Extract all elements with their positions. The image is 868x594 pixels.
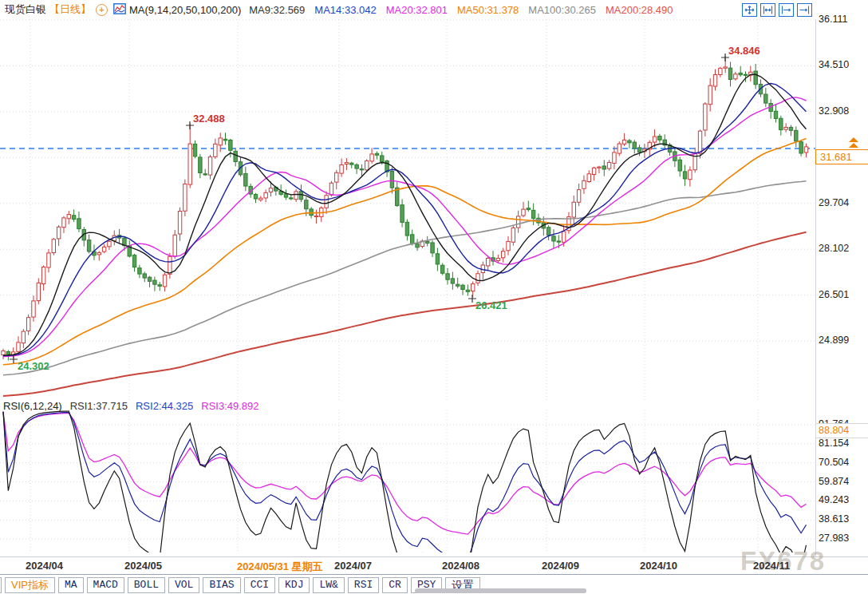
price-tick-label: 36.111 bbox=[819, 14, 847, 25]
tab-vol[interactable]: VOL bbox=[168, 577, 199, 593]
x-label-month: 2024/05 bbox=[124, 560, 162, 572]
rsi24-line bbox=[3, 412, 807, 534]
x-label-month: 2024/08 bbox=[442, 560, 479, 572]
rsi-value: RSI2:44.325 bbox=[136, 400, 193, 412]
chart-tool-icons bbox=[742, 3, 812, 17]
tab-cci[interactable]: CCI bbox=[244, 577, 275, 593]
horizontal-scrollbar-thumb[interactable] bbox=[415, 588, 586, 593]
x-label-month: 2024/04 bbox=[26, 560, 63, 572]
tab-kdj[interactable]: KDJ bbox=[278, 577, 310, 593]
rsi-tick-label: 27.983 bbox=[819, 533, 849, 544]
tab-vip[interactable]: VIP指标 bbox=[5, 577, 55, 593]
rsi-tick-label: 38.613 bbox=[819, 513, 849, 525]
add-compare-icon[interactable]: + bbox=[96, 4, 108, 16]
extreme-value-label: 32.488 bbox=[193, 113, 225, 125]
x-label-month: 2024/09 bbox=[542, 560, 579, 572]
rsi-tick-label: 49.243 bbox=[819, 494, 849, 505]
extreme-value-label: 26.421 bbox=[475, 299, 507, 311]
ma-value: MA100:30.265 bbox=[528, 4, 596, 16]
price-tick-label: 32.908 bbox=[819, 105, 849, 117]
indicator-chart-icon[interactable] bbox=[113, 3, 126, 17]
rsi-crosshair-value: 88.804 bbox=[815, 423, 868, 438]
rsi-header: RSI(6,12,24) RSI1:37.715RSI2:44.325RSI3:… bbox=[3, 400, 275, 413]
x-label-month: 2024/07 bbox=[334, 560, 372, 572]
rsi-values: RSI1:37.715RSI2:44.325RSI3:49.892 bbox=[70, 400, 267, 413]
period-label: 【日线】 bbox=[49, 2, 91, 17]
price-annotations: 32.48834.84626.42124.302 bbox=[10, 45, 760, 372]
move-crosshair-icon[interactable] bbox=[742, 3, 757, 17]
instrument-name: 现货白银 bbox=[5, 2, 46, 17]
ma-value: MA50:31.378 bbox=[457, 4, 519, 16]
last-price-tag: 31.681 bbox=[815, 149, 868, 164]
tab-bias[interactable]: BIAS bbox=[203, 577, 240, 593]
zoom-y-fit-icon[interactable] bbox=[760, 3, 775, 17]
chart-canvas[interactable]: 32.48834.84626.42124.302 bbox=[0, 0, 868, 594]
rsi-settings-label: RSI(6,12,24) bbox=[3, 400, 62, 413]
tab-ma[interactable]: MA bbox=[58, 577, 84, 593]
ma-values: MA9:32.569MA14:33.042MA20:32.801MA50:31.… bbox=[249, 4, 682, 16]
ma-value: MA20:32.801 bbox=[386, 4, 448, 16]
go-latest-icon[interactable] bbox=[797, 3, 812, 17]
ma-value: MA200:28.490 bbox=[606, 4, 673, 16]
rsi-value: RSI3:49.892 bbox=[201, 400, 258, 412]
price-tick-label: 34.510 bbox=[819, 59, 849, 70]
extreme-value-label: 34.846 bbox=[728, 45, 760, 57]
ma20-line bbox=[3, 97, 807, 357]
price-tick-label: 29.704 bbox=[819, 197, 849, 208]
ma-value: MA14:33.042 bbox=[314, 4, 376, 16]
rsi12-line bbox=[3, 412, 807, 560]
rsi-tick-label: 81.154 bbox=[819, 438, 849, 449]
price-up-arrow-icon bbox=[847, 137, 860, 152]
ma-settings-label: MA(9,14,20,50,100,200) bbox=[129, 4, 241, 16]
x-label-month: 2024/10 bbox=[640, 560, 677, 572]
chart-window: 32.48834.84626.42124.302 现货白银 【日线】 + MA(… bbox=[0, 0, 868, 594]
price-tick-label: 28.102 bbox=[819, 243, 849, 254]
rsi-value: RSI1:37.715 bbox=[70, 400, 128, 412]
price-tick-label: 26.501 bbox=[819, 289, 849, 300]
tab-boll[interactable]: BOLL bbox=[128, 577, 165, 593]
chart-header: 现货白银 【日线】 + MA(9,14,20,50,100,200) MA9:3… bbox=[5, 0, 683, 19]
extreme-value-label: 24.302 bbox=[18, 360, 49, 372]
ma100-line bbox=[3, 181, 807, 375]
price-tick-label: 24.899 bbox=[819, 335, 849, 346]
tab-[interactable]: 模板 bbox=[0, 577, 2, 593]
rsi-tick-label: 70.504 bbox=[819, 457, 849, 468]
tab-cr[interactable]: CR bbox=[382, 577, 408, 593]
x-label-selected-date: 2024/05/31 星期五 bbox=[237, 560, 323, 574]
rsi-tick-label: 59.874 bbox=[819, 476, 849, 487]
x-label-month: 2024/11 bbox=[753, 560, 790, 572]
tab-lw[interactable]: LW& bbox=[313, 577, 344, 593]
ma-value: MA9:32.569 bbox=[249, 4, 305, 16]
tab-macd[interactable]: MACD bbox=[87, 577, 124, 593]
tab-rsi[interactable]: RSI bbox=[348, 577, 379, 593]
zoom-x-fit-icon[interactable] bbox=[779, 3, 794, 17]
